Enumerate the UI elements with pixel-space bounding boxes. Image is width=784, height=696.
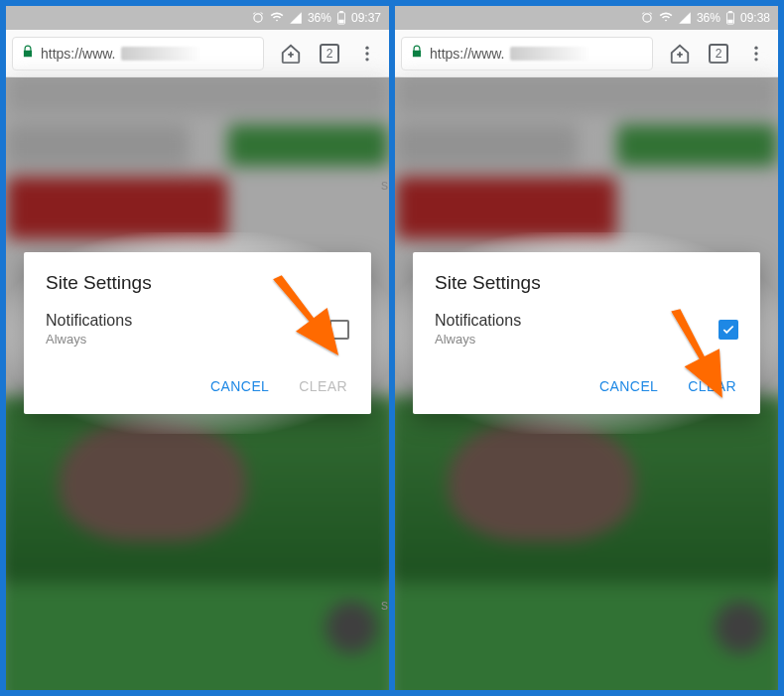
alarm-icon bbox=[251, 11, 265, 25]
svg-rect-2 bbox=[338, 20, 343, 24]
lock-icon bbox=[410, 45, 424, 62]
url-blurred bbox=[121, 47, 255, 61]
phone-screenshot-left: 36% 09:37 https://www. 2 s s bbox=[6, 6, 389, 690]
svg-point-4 bbox=[365, 52, 368, 55]
setting-sub: Always bbox=[435, 332, 719, 347]
clear-button[interactable]: CLEAR bbox=[686, 374, 738, 398]
notifications-checkbox[interactable] bbox=[719, 320, 738, 340]
dialog-title: Site Settings bbox=[46, 272, 349, 294]
battery-icon bbox=[725, 11, 735, 25]
setting-sub: Always bbox=[46, 332, 329, 347]
tab-switcher[interactable]: 2 bbox=[709, 44, 728, 64]
more-icon[interactable] bbox=[746, 44, 766, 64]
clock: 09:37 bbox=[351, 11, 381, 25]
signal-icon bbox=[678, 11, 692, 25]
notifications-row[interactable]: Notifications Always bbox=[46, 312, 349, 347]
home-plus-icon[interactable] bbox=[669, 43, 691, 65]
status-bar: 36% 09:37 bbox=[6, 6, 389, 30]
stray-char: s bbox=[381, 177, 388, 193]
clock: 09:38 bbox=[740, 11, 770, 25]
svg-point-5 bbox=[365, 58, 368, 61]
notifications-row[interactable]: Notifications Always bbox=[435, 312, 738, 347]
site-settings-dialog: Site Settings Notifications Always CANCE… bbox=[413, 252, 760, 414]
notifications-checkbox[interactable] bbox=[329, 320, 349, 340]
svg-point-10 bbox=[754, 52, 757, 55]
battery-pct: 36% bbox=[697, 11, 720, 25]
lock-icon bbox=[21, 45, 35, 62]
svg-rect-8 bbox=[727, 20, 732, 24]
dialog-title: Site Settings bbox=[435, 272, 738, 294]
status-bar: 36% 09:38 bbox=[395, 6, 778, 30]
setting-label: Notifications bbox=[435, 312, 719, 330]
url-prefix: https://www. bbox=[41, 46, 115, 62]
clear-button: CLEAR bbox=[297, 374, 349, 398]
svg-point-11 bbox=[754, 58, 757, 61]
setting-label: Notifications bbox=[46, 312, 329, 330]
site-settings-dialog: Site Settings Notifications Always CANCE… bbox=[24, 252, 371, 414]
svg-point-3 bbox=[365, 46, 368, 49]
battery-pct: 36% bbox=[308, 11, 331, 25]
alarm-icon bbox=[640, 11, 654, 25]
wifi-icon bbox=[270, 11, 284, 25]
tab-count-value: 2 bbox=[716, 47, 722, 61]
signal-icon bbox=[289, 11, 303, 25]
url-blurred bbox=[510, 47, 644, 61]
stray-char: s bbox=[381, 597, 388, 613]
svg-rect-1 bbox=[339, 11, 343, 13]
svg-point-9 bbox=[754, 46, 757, 49]
tab-switcher[interactable]: 2 bbox=[320, 44, 339, 64]
cancel-button[interactable]: CANCEL bbox=[597, 374, 660, 398]
tab-count-value: 2 bbox=[327, 47, 333, 61]
cancel-button[interactable]: CANCEL bbox=[208, 374, 271, 398]
more-icon[interactable] bbox=[357, 44, 377, 64]
home-plus-icon[interactable] bbox=[280, 43, 302, 65]
wifi-icon bbox=[659, 11, 673, 25]
url-prefix: https://www. bbox=[430, 46, 504, 62]
phone-screenshot-right: 36% 09:38 https://www. 2 bbox=[395, 6, 778, 690]
battery-icon bbox=[336, 11, 346, 25]
svg-rect-7 bbox=[728, 11, 732, 13]
